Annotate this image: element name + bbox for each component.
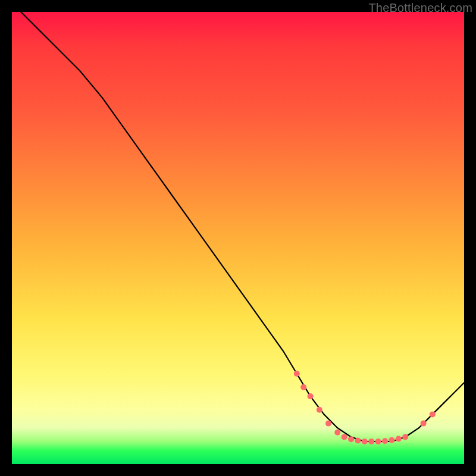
data-point bbox=[421, 421, 427, 427]
data-point bbox=[396, 436, 402, 441]
data-point bbox=[300, 384, 306, 390]
data-point bbox=[368, 439, 374, 444]
data-point bbox=[375, 439, 381, 444]
curve-svg bbox=[12, 12, 464, 464]
data-point bbox=[382, 438, 388, 444]
plot-area bbox=[12, 12, 464, 464]
data-point bbox=[430, 411, 436, 417]
data-point bbox=[355, 437, 361, 443]
data-point bbox=[389, 437, 394, 443]
data-point bbox=[348, 436, 354, 442]
data-point bbox=[325, 421, 331, 427]
data-point bbox=[362, 439, 368, 444]
data-point bbox=[334, 430, 340, 436]
bottleneck-curve bbox=[21, 12, 464, 441]
data-point bbox=[308, 393, 314, 399]
marker-group bbox=[294, 371, 436, 444]
data-point bbox=[342, 434, 347, 440]
data-point bbox=[317, 407, 322, 413]
chart-frame: TheBottleneck.com bbox=[0, 0, 476, 476]
watermark-text: TheBottleneck.com bbox=[368, 1, 472, 15]
data-point bbox=[402, 434, 408, 440]
data-point bbox=[294, 371, 300, 377]
